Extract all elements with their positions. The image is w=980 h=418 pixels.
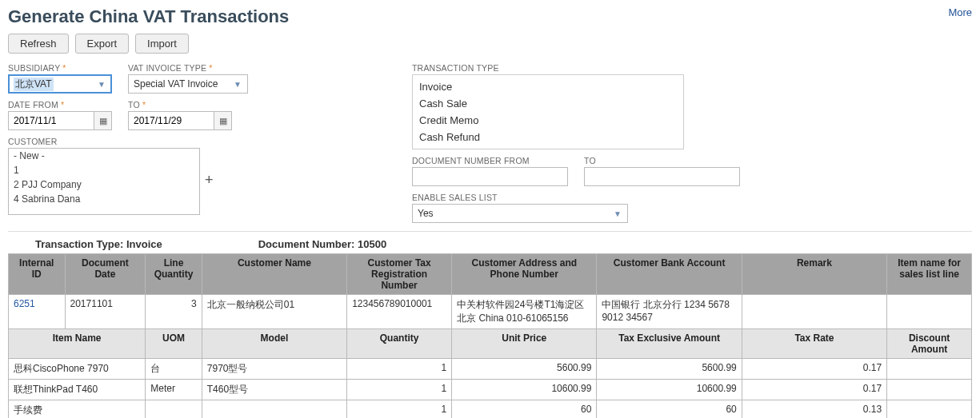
list-item[interactable]: Credit Memo [413,112,683,129]
meta-doc-num-label: Document Number: [258,238,355,250]
cell-rate: 0.17 [742,359,886,380]
customer-listbox[interactable]: - New - 1 2 PJJ Company 4 Sabrina Dana [8,148,200,215]
th-tax-rate: Tax Rate [742,329,886,359]
list-item[interactable]: Cash Refund [413,129,683,145]
meta-row: Transaction Type: Invoice Document Numbe… [8,237,972,253]
doc-to-input[interactable] [584,167,740,186]
cell-line-qty: 3 [146,295,202,329]
subsidiary-label: SUBSIDIARY [8,63,112,73]
item-row: 手续费 1 60 60 0.13 [9,400,972,419]
meta-tx-type-value: Invoice [126,238,162,250]
cell-uom [146,400,202,419]
cell-item-name: 思科CiscoPhone 7970 [9,359,146,380]
cell-model: 7970型号 [202,359,346,380]
th-tax-excl: Tax Exclusive Amount [597,329,742,359]
item-row: 思科CiscoPhone 7970 台 7970型号 1 5600.99 560… [9,359,972,380]
cell-disc [887,400,972,419]
cell-excl: 60 [597,400,742,419]
cell-cust-addr: 中关村软件园24号楼T1海淀区北京 China 010-61065156 [452,295,597,329]
date-to-input[interactable] [128,111,214,130]
chevron-down-icon: ▼ [231,80,244,89]
list-item[interactable]: 2 PJJ Company [9,177,199,192]
page-title: Generate China VAT Transactions [8,6,289,27]
th-internal-id: Internal ID [9,254,66,295]
cell-item-name: 手续费 [9,400,146,419]
transactions-table: Internal ID Document Date Line Quantity … [8,253,972,418]
date-from-input[interactable] [8,111,94,130]
cell-doc-date: 20171101 [65,295,146,329]
subsidiary-select[interactable]: 北京VAT ▼ [8,74,112,94]
cell-rate: 0.17 [742,380,886,400]
export-button[interactable]: Export [75,34,130,54]
cell-price: 10600.99 [452,380,597,400]
list-item[interactable]: 4 Sabrina Dana [9,192,199,206]
enable-sales-value: Yes [418,208,434,219]
cell-disc [887,380,972,400]
date-from-label: DATE FROM [8,100,112,109]
transaction-type-label: TRANSACTION TYPE [412,63,972,73]
vat-invoice-type-value: Special VAT Invoice [134,78,218,90]
cell-qty: 1 [347,380,452,400]
th-discount: Discount Amount [887,329,972,359]
cell-cust-tax: 123456789010001 [347,295,452,329]
cell-item-sales [887,295,972,329]
calendar-icon[interactable]: ▦ [214,111,232,130]
date-to-label: TO [128,100,232,109]
list-item[interactable]: Invoice [413,78,683,95]
customer-label: CUSTOMER [8,137,214,146]
more-link[interactable]: More [948,6,972,18]
th-uom: UOM [146,329,202,359]
th-item-sales: Item name for sales list line [887,254,972,295]
doc-to-label: TO [584,156,740,165]
vat-invoice-type-select[interactable]: Special VAT Invoice ▼ [128,74,248,94]
doc-from-input[interactable] [412,167,568,186]
subsidiary-value: 北京VAT [14,78,54,91]
cell-model: T460型号 [202,380,346,400]
enable-sales-select[interactable]: Yes ▼ [412,204,628,223]
th-line-qty: Line Quantity [146,254,202,295]
th-remark: Remark [742,254,886,295]
list-item[interactable]: Cash Sale [413,95,683,112]
meta-doc-num-value: 10500 [358,238,386,250]
cell-qty: 1 [347,359,452,380]
enable-sales-label: ENABLE SALES LIST [412,193,628,202]
list-item[interactable]: - New - [9,149,199,163]
th-cust-bank: Customer Bank Account [597,254,742,295]
cell-qty: 1 [347,400,452,419]
calendar-icon[interactable]: ▦ [94,111,112,130]
cell-uom: Meter [146,380,202,400]
cell-cust-bank: 中国银行 北京分行 1234 5678 9012 34567 [597,295,742,329]
plus-icon[interactable]: + [205,172,214,215]
list-item[interactable]: 1 [9,163,199,177]
th-cust-name: Customer Name [202,254,346,295]
internal-id-link[interactable]: 6251 [14,298,35,309]
th-unit-price: Unit Price [452,329,597,359]
th-cust-tax: Customer Tax Registration Number [347,254,452,295]
meta-tx-type-label: Transaction Type: [35,238,123,250]
cell-excl: 5600.99 [597,359,742,380]
transaction-type-listbox[interactable]: Invoice Cash Sale Credit Memo Cash Refun… [412,74,684,149]
vat-invoice-type-label: VAT INVOICE TYPE [128,63,248,73]
doc-from-label: DOCUMENT NUMBER FROM [412,156,568,165]
refresh-button[interactable]: Refresh [8,34,69,54]
cell-remark [742,295,886,329]
cell-rate: 0.13 [742,400,886,419]
th-item-name: Item Name [9,329,146,359]
cell-excl: 10600.99 [597,380,742,400]
th-cust-addr: Customer Address and Phone Number [452,254,597,295]
cell-model [202,400,346,419]
cell-uom: 台 [146,359,202,380]
chevron-down-icon: ▼ [611,209,624,218]
item-row: 联想ThinkPad T460 Meter T460型号 1 10600.99 … [9,380,972,400]
th-doc-date: Document Date [65,254,146,295]
th-quantity: Quantity [347,329,452,359]
th-model: Model [202,329,346,359]
import-button[interactable]: Import [135,34,189,54]
cell-price: 5600.99 [452,359,597,380]
table-row: 6251 20171101 3 北京一般纳税公司01 1234567890100… [9,295,972,329]
cell-price: 60 [452,400,597,419]
chevron-down-icon: ▼ [95,80,108,89]
cell-cust-name: 北京一般纳税公司01 [202,295,346,329]
cell-disc [887,359,972,380]
cell-item-name: 联想ThinkPad T460 [9,380,146,400]
